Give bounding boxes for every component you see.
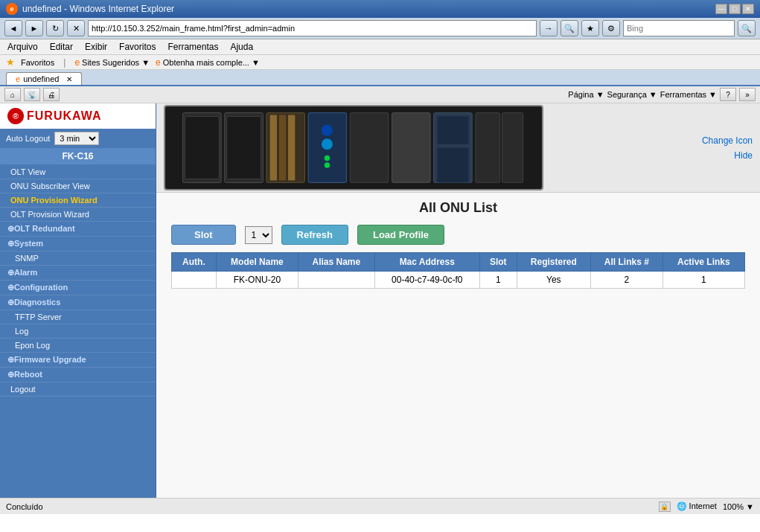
col-auth: Auth. <box>172 253 217 272</box>
menu-ferramentas[interactable]: Ferramentas <box>166 41 220 53</box>
load-profile-button[interactable]: Load Profile <box>357 225 444 245</box>
favorites-star-icon: ★ <box>6 57 15 68</box>
sidebar-item-reboot[interactable]: ⊕Reboot <box>0 368 156 382</box>
refresh-nav-button[interactable]: ↻ <box>46 20 64 36</box>
status-bar: Concluído 🔒 🌐 Internet 100% ▼ <box>0 498 760 514</box>
svg-rect-4 <box>227 116 261 179</box>
sidebar-item-alarm[interactable]: ⊕Alarm <box>0 266 156 281</box>
minimize-button[interactable]: — <box>715 4 727 14</box>
logo-circle: ® <box>7 108 24 124</box>
favorites-label[interactable]: Favoritos <box>21 58 54 67</box>
cell-registered: Yes <box>517 272 590 289</box>
hide-button[interactable]: Hide <box>734 150 753 161</box>
search-input[interactable] <box>623 20 735 36</box>
back-button[interactable]: ◄ <box>4 20 22 36</box>
slot-button[interactable]: Slot <box>171 225 236 245</box>
cell-model-name: FK-ONU-20 <box>216 272 298 289</box>
sidebar-item-olt-view[interactable]: OLT View <box>0 165 156 179</box>
device-image-area: Change Icon Hide <box>156 103 760 193</box>
change-icon-button[interactable]: Change Icon <box>702 135 753 146</box>
menu-editar[interactable]: Editar <box>48 41 74 53</box>
menu-ajuda[interactable]: Ajuda <box>229 41 255 53</box>
sidebar-item-configuration[interactable]: ⊕Configuration <box>0 281 156 295</box>
cell-auth <box>172 272 217 289</box>
url-input[interactable] <box>88 20 537 36</box>
cell-mac-address: 00-40-c7-49-0c-f0 <box>374 272 479 289</box>
seguranca-menu[interactable]: Segurança ▼ <box>607 90 657 99</box>
svg-rect-7 <box>279 115 286 180</box>
print-icon[interactable]: 🖨 <box>43 88 60 101</box>
tab-close-icon[interactable]: ✕ <box>66 75 72 83</box>
security-icon: 🔒 <box>659 501 671 512</box>
sites-sugeridos[interactable]: e Sites Sugeridos ▼ <box>74 57 150 68</box>
sidebar-item-logout[interactable]: Logout <box>0 382 156 397</box>
sidebar-item-olt-provision[interactable]: OLT Provision Wizard <box>0 208 156 222</box>
sidebar-item-log[interactable]: Log <box>0 324 156 339</box>
svg-rect-2 <box>185 116 219 179</box>
sidebar-item-tftp[interactable]: TFTP Server <box>0 310 156 324</box>
go-button[interactable]: → <box>540 20 558 36</box>
title-bar: e undefined - Windows Internet Explorer … <box>0 0 760 18</box>
pagina-menu[interactable]: Página ▼ <box>568 90 604 99</box>
svg-rect-6 <box>270 115 277 180</box>
sidebar-item-onu-subscriber[interactable]: ONU Subscriber View <box>0 179 156 193</box>
ferramentas-menu[interactable]: Ferramentas ▼ <box>660 90 717 99</box>
sidebar-item-epon-log[interactable]: Epon Log <box>0 339 156 353</box>
window-title: undefined - Windows Internet Explorer <box>22 4 174 14</box>
onu-title: All ONU List <box>171 200 745 216</box>
obtenha-mais[interactable]: e Obtenha mais comple... ▼ <box>156 57 260 68</box>
expand-icon[interactable]: » <box>739 88 756 101</box>
search-icon-nav[interactable]: 🔍 <box>561 20 578 36</box>
menu-bar: Arquivo Editar Exibir Favoritos Ferramen… <box>0 39 760 55</box>
tools-icon[interactable]: ⚙ <box>602 20 620 36</box>
svg-point-11 <box>322 138 333 150</box>
menu-arquivo[interactable]: Arquivo <box>6 41 39 53</box>
browser-icon: e <box>6 3 18 15</box>
rss-icon[interactable]: 📡 <box>24 88 40 101</box>
menu-exibir[interactable]: Exibir <box>83 41 109 53</box>
slot-select[interactable]: 1 2 3 4 <box>245 226 272 244</box>
svg-rect-15 <box>392 113 431 183</box>
table-header-row: Auth. Model Name Alias Name Mac Address … <box>172 253 745 272</box>
help-icon[interactable]: ? <box>720 88 736 101</box>
col-slot: Slot <box>479 253 517 272</box>
home-toolbar-icon[interactable]: ⌂ <box>4 88 21 101</box>
cell-active-links: 1 <box>662 272 744 289</box>
table-row[interactable]: FK-ONU-20 00-40-c7-49-0c-f0 1 Yes 2 1 <box>172 272 745 289</box>
sidebar-section-header: FK-C16 <box>0 148 156 165</box>
tab-undefined[interactable]: e undefined ✕ <box>6 72 82 85</box>
svg-rect-17 <box>437 116 468 144</box>
close-button[interactable]: ✕ <box>742 4 754 14</box>
svg-point-10 <box>322 125 333 136</box>
tab-label: undefined <box>23 74 59 83</box>
col-registered: Registered <box>517 253 590 272</box>
svg-rect-18 <box>437 148 468 183</box>
favorites-icon[interactable]: ★ <box>581 20 599 36</box>
sidebar: ® FURUKAWA Auto Logout 3 min 5 min 10 mi… <box>0 103 156 498</box>
forward-button[interactable]: ► <box>25 20 43 36</box>
autologout-select[interactable]: 3 min 5 min 10 min <box>54 132 99 145</box>
tab-icon: e <box>16 74 20 83</box>
restore-button[interactable]: □ <box>729 4 741 14</box>
sidebar-item-firmware[interactable]: ⊕Firmware Upgrade <box>0 353 156 368</box>
sidebar-item-diagnostics[interactable]: ⊕Diagnostics <box>0 295 156 310</box>
col-alias-name: Alias Name <box>298 253 375 272</box>
stop-button[interactable]: ✕ <box>67 20 85 36</box>
ie-icon: e <box>74 57 80 68</box>
sidebar-item-onu-provision[interactable]: ONU Provision Wizard <box>0 193 156 208</box>
cell-alias-name <box>298 272 375 289</box>
tab-bar: e undefined ✕ <box>0 70 760 86</box>
col-active-links: Active Links <box>662 253 744 272</box>
sidebar-item-system[interactable]: ⊕System <box>0 237 156 251</box>
content-scroll[interactable]: All ONU List Slot 1 2 3 4 Refresh Load P… <box>156 193 760 498</box>
address-bar: ◄ ► ↻ ✕ → 🔍 ★ ⚙ 🔍 <box>0 18 760 39</box>
cell-slot: 1 <box>479 272 517 289</box>
zoom-dropdown-icon[interactable]: ▼ <box>746 502 754 511</box>
sidebar-item-olt-redundant[interactable]: ⊕OLT Redundant <box>0 222 156 237</box>
sidebar-item-snmp[interactable]: SNMP <box>0 251 156 266</box>
menu-favoritos[interactable]: Favoritos <box>118 41 157 53</box>
favorites-bar: ★ Favoritos | e Sites Sugeridos ▼ e Obte… <box>0 55 760 70</box>
search-go-button[interactable]: 🔍 <box>738 20 756 36</box>
refresh-button[interactable]: Refresh <box>281 225 348 245</box>
content-area: Change Icon Hide All ONU List Slot 1 2 3… <box>156 103 760 498</box>
